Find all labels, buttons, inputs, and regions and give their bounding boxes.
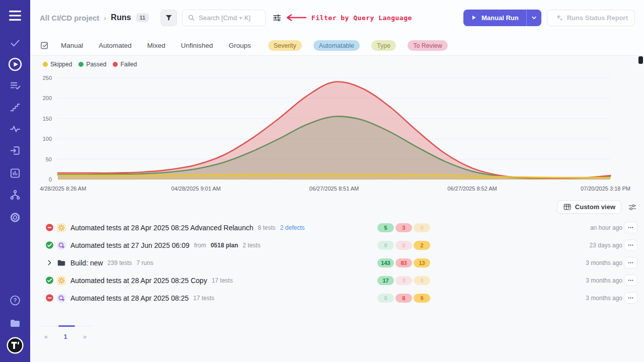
tab-manual[interactable]: Manual <box>61 42 83 49</box>
row-menu-button[interactable] <box>624 239 637 251</box>
tab-automated[interactable]: Automated <box>99 42 131 49</box>
page-1-button[interactable]: 1 <box>63 333 67 340</box>
failed-count-pill: 0 <box>395 241 412 250</box>
search-box <box>182 10 266 26</box>
tab-mixed[interactable]: Mixed <box>147 42 166 49</box>
run-row[interactable]: Automated tests at 28 Apr 2025 08:25 Adv… <box>30 219 644 236</box>
legend-item-skipped[interactable]: Skipped <box>43 61 72 68</box>
result-pills: 0 8 9 <box>377 294 430 303</box>
row-menu-button[interactable] <box>624 222 637 233</box>
annotation-text: Filter by Query Language <box>311 14 412 22</box>
run-plan-link[interactable]: 0518 plan <box>211 242 238 249</box>
manual-run-button[interactable]: Manual Run <box>463 10 527 26</box>
sidebar-item-activity[interactable] <box>10 123 21 135</box>
run-title[interactable]: Automated tests at 28 Apr 2025 08:25 Cop… <box>70 277 207 285</box>
play-circle-icon <box>8 57 23 72</box>
failed-count-pill: 0 <box>395 276 412 285</box>
svg-text:50: 50 <box>46 156 52 162</box>
row-menu-button[interactable] <box>624 292 637 304</box>
runs-status-report-button[interactable]: Runs Status Report <box>547 10 635 26</box>
sidebar-item-branches[interactable] <box>10 189 21 201</box>
manual-run-label: Manual Run <box>481 14 519 22</box>
funnel-icon <box>165 14 173 22</box>
skipped-count-pill: 0 <box>414 223 430 232</box>
skipped-count-pill: 0 <box>414 276 430 285</box>
run-meta: 17 tests <box>193 295 214 302</box>
check-icon <box>10 37 21 48</box>
sidebar-item-analytics[interactable] <box>10 167 21 179</box>
sidebar-item-milestones[interactable] <box>10 102 21 113</box>
query-filter-button[interactable] <box>272 13 282 23</box>
custom-view-label: Custom view <box>575 203 615 211</box>
run-meta: 2 tests <box>243 242 260 249</box>
main-content: All CI/CD project › Runs 11 Filter by Qu… <box>30 0 644 362</box>
filter-badge-automatable[interactable]: Automatable <box>313 40 360 51</box>
filter-badge-to-review[interactable]: To Review <box>408 40 448 51</box>
row-menu-button[interactable] <box>624 275 637 286</box>
runs-status-report-label: Runs Status Report <box>567 14 628 22</box>
filter-button[interactable] <box>160 10 177 26</box>
help-icon: ? <box>10 295 21 306</box>
hamburger-icon <box>9 11 22 21</box>
run-list: Automated tests at 28 Apr 2025 08:25 Adv… <box>30 219 644 307</box>
pagination: « 1 » <box>40 326 91 340</box>
run-type-icon <box>57 294 66 303</box>
sidebar-item-plans[interactable] <box>10 80 21 92</box>
group-folder-icon <box>57 258 66 267</box>
custom-view-button[interactable]: Custom view <box>557 200 621 214</box>
skipped-count-pill: 9 <box>414 294 430 303</box>
run-type-icon <box>57 223 66 232</box>
run-timestamp: 23 days ago <box>590 242 622 249</box>
run-status-icon <box>45 223 54 232</box>
manual-run-dropdown-button[interactable] <box>527 10 541 26</box>
skipped-count-pill: 13 <box>414 258 430 267</box>
run-status-icon <box>45 241 54 249</box>
menu-toggle-button[interactable] <box>9 11 22 21</box>
page-title: Runs <box>111 13 131 22</box>
svg-text:06/27/2025 8:51 AM: 06/27/2025 8:51 AM <box>309 186 359 192</box>
run-defects-link[interactable]: 2 defects <box>280 224 305 231</box>
run-status-icon <box>45 276 54 285</box>
filter-badge-type[interactable]: Type <box>371 40 396 51</box>
filter-badge-severity[interactable]: Severity <box>268 40 302 51</box>
play-icon <box>471 15 477 21</box>
legend-dot-failed <box>113 62 118 67</box>
sign-in-icon <box>10 145 21 156</box>
breadcrumb-project[interactable]: All CI/CD project <box>40 14 99 22</box>
run-title[interactable]: Automated tests at 28 Apr 2025 08:25 Adv… <box>70 224 253 232</box>
run-row[interactable]: Automated tests at 28 Apr 2025 08:25 17 … <box>30 289 644 307</box>
run-title[interactable]: Automated tests at 28 Apr 2025 08:25 <box>70 294 189 302</box>
account-logo-button[interactable] <box>6 336 24 354</box>
run-row[interactable]: Automated tests at 28 Apr 2025 08:25 Cop… <box>30 272 644 289</box>
run-group-row[interactable]: Build: new 239 tests 7 runs 143 83 13 3 … <box>30 254 644 272</box>
view-settings-button[interactable] <box>628 203 637 212</box>
sidebar-item-tests[interactable] <box>10 37 21 48</box>
scrollbar-thumb[interactable] <box>638 56 643 64</box>
tab-unfinished[interactable]: Unfinished <box>181 42 213 49</box>
sidebar: ? <box>0 0 30 362</box>
sidebar-item-runs[interactable] <box>8 57 23 72</box>
run-type-icon <box>57 276 66 285</box>
prev-page-button[interactable]: « <box>44 333 48 340</box>
search-icon <box>187 14 196 22</box>
legend-item-passed[interactable]: Passed <box>78 61 106 68</box>
filter-badges: Severity Automatable Type To Review <box>268 40 448 51</box>
run-row[interactable]: Automated tests at 27 Jun 2025 06:09 fro… <box>30 236 644 254</box>
sidebar-item-settings[interactable] <box>10 212 21 223</box>
run-title[interactable]: Automated tests at 27 Jun 2025 06:09 <box>70 241 190 249</box>
sidebar-item-help[interactable]: ? <box>10 295 21 306</box>
next-page-button[interactable]: » <box>83 333 87 340</box>
tab-groups[interactable]: Groups <box>228 42 251 49</box>
svg-text:0: 0 <box>49 176 52 183</box>
chevron-down-icon <box>531 15 537 21</box>
sidebar-item-projects[interactable] <box>9 317 21 329</box>
select-runs-button[interactable] <box>40 41 49 50</box>
passed-count-pill: 0 <box>377 294 394 303</box>
failed-count-pill: 8 <box>395 294 412 303</box>
run-title[interactable]: Build: new <box>70 259 103 267</box>
expand-chevron-icon[interactable] <box>45 258 54 267</box>
row-menu-button[interactable] <box>624 257 637 268</box>
sidebar-item-imports[interactable] <box>10 145 21 156</box>
legend-item-failed[interactable]: Failed <box>113 61 137 68</box>
ellipsis-icon <box>627 241 634 249</box>
